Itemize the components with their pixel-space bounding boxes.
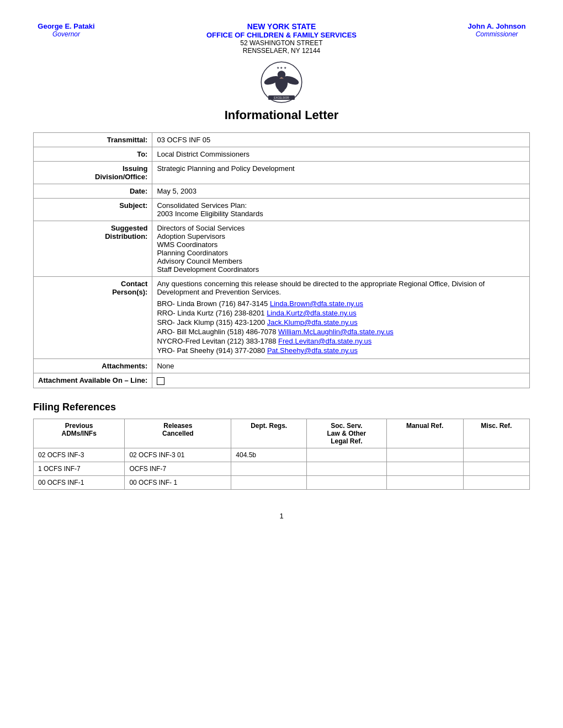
contact-phone: (914) 377-2080	[216, 346, 267, 355]
filing-table: Previous ADMs/INFs Releases Cancelled De…	[33, 419, 530, 490]
distribution-row: Suggested Distribution: Directors of Soc…	[34, 221, 530, 277]
contact-prefix: RRO- Linda Kurtz	[157, 309, 215, 317]
distribution-value: Directors of Social ServicesAdoption Sup…	[152, 221, 530, 277]
distribution-item: WMS Coordinators	[157, 240, 525, 249]
filing-cell-manual	[386, 475, 463, 489]
distribution-item: Staff Development Coordinators	[157, 265, 525, 274]
commissioner-title: Commissioner	[464, 30, 530, 38]
attachment-online-label: Attachment Available On – Line:	[34, 373, 152, 388]
distribution-item: Directors of Social Services	[157, 224, 525, 232]
distribution-item: Adoption Supervisors	[157, 232, 525, 240]
contact-entry: NYCRO-Fred Levitan (212) 383-1788 Fred.L…	[157, 337, 525, 345]
contact-prefix: BRO- Linda Brown	[157, 299, 219, 308]
date-row: Date: May 5, 2003	[34, 184, 530, 199]
transmittal-label: Transmittal:	[34, 133, 152, 147]
agency-info: NEW YORK STATE OFFICE OF CHILDREN & FAMI…	[99, 22, 464, 55]
contact-phone: (315) 423-1200	[216, 318, 267, 326]
filing-cell-manual	[386, 448, 463, 462]
subject-label: Subject:	[34, 199, 152, 221]
subject-value: Consolidated Services Plan: 2003 Income …	[152, 199, 530, 221]
document-header: George E. Pataki Governor NEW YORK STATE…	[33, 22, 530, 55]
contact-email[interactable]: Jack.Klump@dfa.state.ny.us	[267, 318, 358, 326]
contact-value: Any questions concerning this release sh…	[152, 277, 530, 359]
contact-email[interactable]: Fred.Levitan@dfa.state.ny.us	[278, 337, 371, 345]
contact-entry: ARO- Bill McLaughlin (518) 486-7078 Will…	[157, 328, 525, 336]
contact-label: Contact Person(s):	[34, 277, 152, 359]
issuing-label: Issuing Division/Office:	[34, 162, 152, 184]
filing-cell-dept	[231, 462, 307, 475]
filing-header-soc: Soc. Serv. Law & Other Legal Ref.	[307, 419, 387, 448]
filing-cell-releases: 02 OCFS INF-3 01	[125, 448, 231, 462]
filing-cell-dept: 404.5b	[231, 448, 307, 462]
filing-cell-soc	[307, 448, 387, 462]
contact-prefix: YRO- Pat Sheehy	[157, 346, 216, 355]
issuing-row: Issuing Division/Office: Strategic Plann…	[34, 162, 530, 184]
letter-title: Informational Letter	[33, 108, 530, 122]
date-label: Date:	[34, 184, 152, 199]
contact-row: Contact Person(s): Any questions concern…	[34, 277, 530, 359]
filing-data-row: 1 OCFS INF-7OCFS INF-7	[34, 462, 530, 475]
attachments-row: Attachments: None	[34, 359, 530, 373]
attachment-online-row: Attachment Available On – Line:	[34, 373, 530, 388]
filing-cell-misc	[463, 462, 529, 475]
contact-email[interactable]: Pat.Sheehy@dfa.state.ny.us	[267, 346, 358, 355]
filing-header-dept: Dept. Regs.	[231, 419, 307, 448]
attachments-label: Attachments:	[34, 359, 152, 373]
filing-cell-dept	[231, 475, 307, 489]
contact-entry: SRO- Jack Klump (315) 423-1200 Jack.Klum…	[157, 318, 525, 326]
contact-entry: RRO- Linda Kurtz (716) 238-8201 Linda.Ku…	[157, 309, 525, 317]
contact-entry: BRO- Linda Brown (716) 847-3145 Linda.Br…	[157, 299, 525, 308]
contact-prefix: NYCRO-Fred Levitan	[157, 337, 227, 345]
filing-cell-prev: 00 OCFS INF-1	[34, 475, 125, 489]
contact-prefix: ARO- Bill McLaughlin	[157, 328, 227, 336]
filing-header-misc: Misc. Ref.	[463, 419, 529, 448]
contact-intro: Any questions concerning this release sh…	[157, 280, 525, 296]
filing-cell-releases: 00 OCFS INF- 1	[125, 475, 231, 489]
svg-text:EXCELSIOR: EXCELSIOR	[274, 97, 289, 99]
filing-title: Filing References	[33, 402, 530, 413]
filing-cell-prev: 1 OCFS INF-7	[34, 462, 125, 475]
filing-data-row: 02 OCFS INF-302 OCFS INF-3 01404.5b	[34, 448, 530, 462]
to-row: To: Local District Commissioners	[34, 147, 530, 162]
agency-sub: OFFICE OF CHILDREN & FAMILY SERVICES	[99, 31, 464, 39]
attachment-online-value	[152, 373, 530, 388]
governor-title: Governor	[33, 30, 99, 38]
filing-cell-soc	[307, 462, 387, 475]
contact-email[interactable]: Linda.Kurtz@dfa.state.ny.us	[267, 309, 357, 317]
subject-line1: Consolidated Services Plan:	[157, 201, 525, 210]
contact-email[interactable]: William.McLaughlin@dfa.state.ny.us	[278, 328, 394, 336]
contact-phone: (716) 847-3145	[219, 299, 270, 308]
contact-entry: YRO- Pat Sheehy (914) 377-2080 Pat.Sheeh…	[157, 346, 525, 355]
to-value: Local District Commissioners	[152, 147, 530, 162]
contact-phone: (518) 486-7078	[227, 328, 279, 336]
filing-cell-misc	[463, 448, 529, 462]
filing-header-manual: Manual Ref.	[386, 419, 463, 448]
svg-marker-6	[278, 90, 285, 93]
filing-header-prev: Previous ADMs/INFs	[34, 419, 125, 448]
attachments-value: None	[152, 359, 530, 373]
filing-cell-misc	[463, 475, 529, 489]
filing-cell-prev: 02 OCFS INF-3	[34, 448, 125, 462]
distribution-item: Advisory Council Members	[157, 257, 525, 265]
attachment-checkbox[interactable]	[157, 377, 164, 385]
contact-prefix: SRO- Jack Klump	[157, 318, 216, 326]
subject-row: Subject: Consolidated Services Plan: 200…	[34, 199, 530, 221]
distribution-label: Suggested Distribution:	[34, 221, 152, 277]
filing-cell-releases: OCFS INF-7	[125, 462, 231, 475]
commissioner-name: John A. Johnson	[464, 22, 530, 30]
commissioner-info: John A. Johnson Commissioner	[464, 22, 530, 38]
contact-email[interactable]: Linda.Brown@dfa.state.ny.us	[270, 299, 363, 308]
agency-name: NEW YORK STATE	[99, 22, 464, 31]
svg-text:★ ★ ★: ★ ★ ★	[277, 66, 287, 69]
filing-data-row: 00 OCFS INF-100 OCFS INF- 1	[34, 475, 530, 489]
agency-address-line2: RENSSELAER, NY 12144	[99, 47, 464, 55]
contact-phone: (716) 238-8201	[216, 309, 267, 317]
page-number: 1	[33, 512, 530, 520]
to-label: To:	[34, 147, 152, 162]
filing-cell-soc	[307, 475, 387, 489]
contact-phone: (212) 383-1788	[227, 337, 279, 345]
governor-name: George E. Pataki	[33, 22, 99, 30]
subject-line2: 2003 Income Eligibility Standards	[157, 210, 525, 218]
governor-info: George E. Pataki Governor	[33, 22, 99, 38]
filing-header-row: Previous ADMs/INFs Releases Cancelled De…	[34, 419, 530, 448]
